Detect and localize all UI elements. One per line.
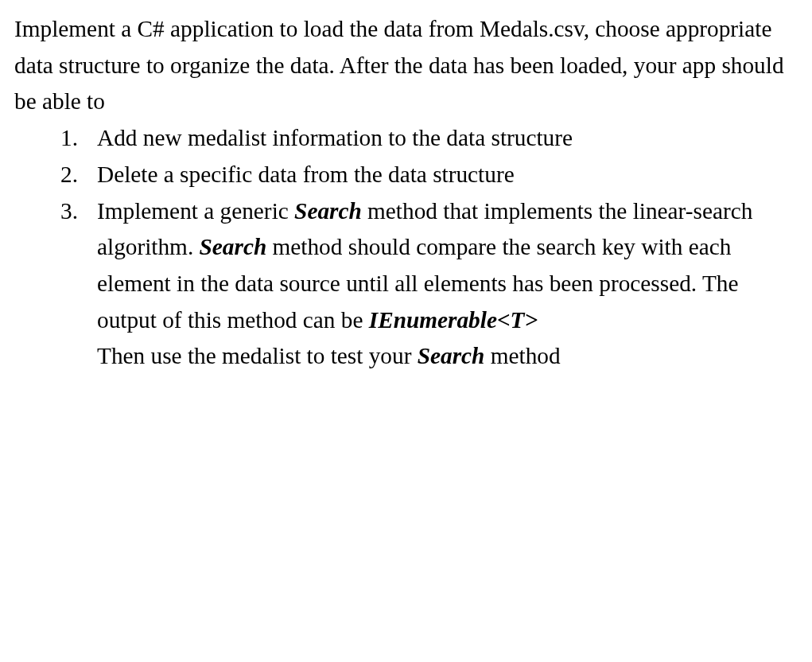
list-item: Implement a generic Search method that i… bbox=[60, 193, 798, 376]
list-item-text: Add new medalist information to the data… bbox=[97, 125, 573, 150]
list-item: Delete a specific data from the data str… bbox=[60, 157, 798, 193]
list-item-followup: Then use the medalist to test your Searc… bbox=[97, 338, 798, 375]
intro-paragraph: Implement a C# application to load the d… bbox=[14, 11, 798, 120]
search-keyword: Search bbox=[294, 198, 362, 224]
list-item-text: method bbox=[484, 343, 560, 368]
list-item-text: Implement a generic bbox=[97, 198, 294, 224]
search-keyword: Search bbox=[200, 234, 267, 259]
list-item: Add new medalist information to the data… bbox=[60, 120, 798, 157]
search-keyword: Search bbox=[418, 343, 485, 368]
list-item-text: Delete a specific data from the data str… bbox=[97, 162, 515, 187]
ienumerable-keyword: IEnumerable<T> bbox=[369, 307, 538, 333]
requirements-list: Add new medalist information to the data… bbox=[14, 120, 798, 375]
list-item-text: Then use the medalist to test your bbox=[97, 343, 418, 368]
